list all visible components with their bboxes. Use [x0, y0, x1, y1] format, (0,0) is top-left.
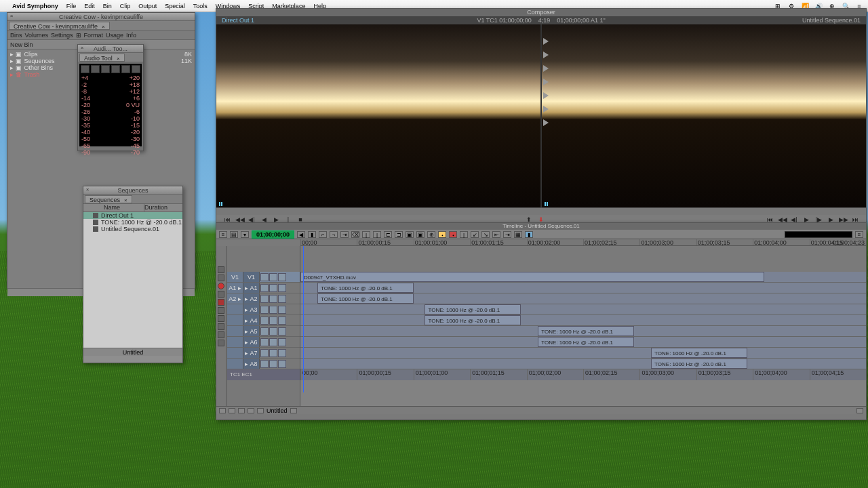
tl-tool[interactable] [218, 266, 224, 273]
tl-btn[interactable]: | [373, 231, 381, 238]
audio-clip[interactable]: TONE: 1000 Hz @ -20.0 dB.1 [538, 337, 634, 347]
tl-btn[interactable]: ⬩ [438, 231, 446, 238]
tl-tool[interactable] [218, 340, 224, 346]
menu-output[interactable]: Output [138, 3, 157, 9]
source-label[interactable]: Direct Out 1 [222, 17, 254, 24]
tl-btn[interactable]: ≡ [219, 231, 227, 238]
tl-btn[interactable]: ▦ [514, 231, 522, 238]
tl-btn[interactable]: ¬ [330, 231, 338, 238]
project-tab[interactable]: Creative Cow - kevinpmcauliffe× [9, 22, 110, 30]
info-button[interactable]: Info [126, 32, 136, 39]
tl-btn[interactable]: ↙ [471, 231, 479, 238]
tl-search[interactable] [785, 231, 852, 238]
tl-btn[interactable]: ⌫ [351, 231, 359, 238]
timeline-tracks[interactable]: D00947_VTXHD.mov TONE: 1000 Hz @ -20.0 d… [300, 246, 866, 406]
bins-button[interactable]: Bins [10, 32, 22, 39]
tl-btn[interactable]: ⊐ [395, 231, 403, 238]
track-header-a1[interactable]: A1 ▸▸ A1 [227, 283, 300, 293]
menu-special[interactable]: Special [165, 3, 185, 9]
track-header-a2[interactable]: A2 ▸▸ A2 [227, 293, 300, 304]
record-seq-label[interactable]: Untitled Sequence.01 [606, 17, 866, 24]
meter-btn[interactable] [81, 65, 90, 73]
timeline-ruler[interactable]: 00;0001;00;00;1501;00;01;0001;00;01;1501… [300, 239, 866, 246]
track-header-a7[interactable]: ▸ A7 [227, 348, 300, 359]
tl-btn[interactable]: ▣ [406, 231, 414, 238]
tl-btn[interactable]: ▣ [416, 231, 425, 238]
format-button[interactable]: Format [84, 32, 104, 39]
close-icon[interactable]: × [9, 14, 14, 19]
tl-foot-btn[interactable] [238, 408, 245, 413]
audio-clip[interactable]: TONE: 1000 Hz @ -20.0 dB.1 [651, 359, 747, 369]
track-header-v1[interactable]: V1V1 [227, 272, 300, 283]
menu-bin[interactable]: Bin [103, 3, 112, 9]
tl-tool[interactable] [218, 274, 224, 281]
audio-clip[interactable]: TONE: 1000 Hz @ -20.0 dB.1 [425, 315, 521, 325]
app-name[interactable]: Avid Symphony [12, 3, 58, 9]
tl-btn[interactable]: ◀ [297, 231, 305, 238]
volumes-button[interactable]: Volumes [25, 32, 49, 39]
audio-tool-tab[interactable]: Audio Tool× [79, 54, 125, 62]
tl-btn[interactable]: ▾ [241, 231, 249, 238]
tl-tool[interactable] [218, 299, 224, 306]
record-button[interactable] [218, 283, 224, 289]
tl-btn[interactable]: ⊕ [427, 231, 435, 238]
audio-clip[interactable]: TONE: 1000 Hz @ -20.0 dB.1 [538, 326, 634, 336]
video-clip[interactable]: D00947_VTXHD.mov [300, 272, 764, 282]
tc-track-label[interactable]: TC1 EC1 [227, 369, 300, 380]
tl-btn[interactable]: ≡ [855, 231, 863, 238]
audio-clip[interactable]: TONE: 1000 Hz @ -20.0 dB.1 [425, 304, 521, 314]
tl-btn[interactable]: ▤ [230, 231, 238, 238]
grid-icon[interactable]: ⊞ [76, 32, 81, 39]
tl-btn[interactable]: ▮ [308, 231, 316, 238]
newbin-button[interactable]: New Bin [10, 41, 33, 48]
tab-close-icon[interactable]: × [102, 24, 105, 30]
meter-btn[interactable] [101, 65, 110, 73]
close-icon[interactable]: × [79, 45, 85, 51]
sequences-tab[interactable]: Sequences× [85, 195, 132, 203]
meter-btn[interactable] [121, 65, 130, 73]
tl-btn[interactable]: ⇥ [503, 231, 511, 238]
track-header-a6[interactable]: ▸ A6 [227, 337, 300, 348]
menu-tools[interactable]: Tools [193, 3, 208, 9]
tl-btn[interactable]: ▮ [525, 231, 533, 238]
tl-tool[interactable] [218, 323, 224, 330]
record-monitor[interactable] [540, 24, 866, 207]
audio-clip[interactable]: TONE: 1000 Hz @ -20.0 dB.1 [317, 293, 414, 304]
close-icon[interactable]: × [85, 187, 90, 192]
tl-btn[interactable]: ⬩ [449, 231, 457, 238]
meter-btn[interactable] [91, 65, 100, 73]
menu-file[interactable]: File [66, 3, 77, 9]
tl-btn[interactable]: ⌐ [319, 231, 327, 238]
tl-tool[interactable] [218, 291, 224, 298]
audio-clip[interactable]: TONE: 1000 Hz @ -20.0 dB.1 [317, 283, 414, 293]
settings-button[interactable]: Settings [51, 32, 73, 39]
playhead[interactable] [303, 246, 304, 392]
tl-foot-btn[interactable] [229, 408, 235, 413]
tl-btn[interactable]: | [460, 231, 468, 238]
master-timecode[interactable]: 01;00;00;00 [252, 230, 294, 239]
audio-clip[interactable]: TONE: 1000 Hz @ -20.0 dB.1 [651, 348, 747, 358]
tl-tool[interactable] [218, 307, 224, 314]
menu-clip[interactable]: Clip [120, 3, 131, 9]
tl-foot-btn[interactable] [290, 408, 297, 413]
track-header-a8[interactable]: ▸ A8 [227, 359, 300, 369]
tl-btn[interactable]: ⊏ [384, 231, 392, 238]
track-header-a5[interactable]: ▸ A5 [227, 326, 300, 337]
source-monitor[interactable] [216, 24, 540, 207]
tl-btn[interactable]: ↘ [481, 231, 490, 238]
tl-foot-btn[interactable] [248, 408, 254, 413]
composer-scrub[interactable] [216, 207, 866, 215]
meter-btn[interactable] [111, 65, 120, 73]
tl-btn[interactable]: | [362, 231, 370, 238]
track-header-a3[interactable]: ▸ A3 [227, 304, 300, 315]
tl-tool[interactable] [218, 331, 224, 338]
tl-foot-btn[interactable] [219, 408, 226, 413]
tl-foot-btn[interactable] [856, 408, 863, 413]
tl-foot-btn[interactable] [257, 408, 264, 413]
seq-list[interactable]: Direct Out 1 TONE: 1000 Hz @ -20.0 dB.1 … [83, 212, 182, 348]
track-header-a4[interactable]: ▸ A4 [227, 315, 300, 326]
meter-btn[interactable] [132, 65, 140, 73]
menu-edit[interactable]: Edit [84, 3, 95, 9]
tl-btn[interactable]: ⇤ [492, 231, 500, 238]
tl-btn[interactable]: ⇥ [340, 231, 349, 238]
